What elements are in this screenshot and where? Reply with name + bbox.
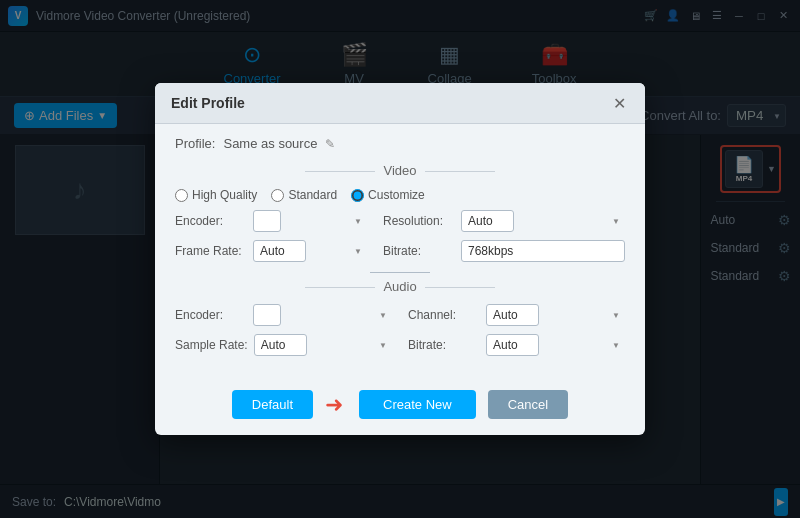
audio-bitrate-row: Bitrate: Auto (408, 334, 625, 356)
quality-customize-radio[interactable] (351, 189, 364, 202)
modal-close-button[interactable]: ✕ (609, 93, 629, 113)
frame-rate-select-wrap: Auto (253, 240, 367, 262)
frame-rate-select[interactable]: Auto (253, 240, 306, 262)
audio-divider (370, 272, 430, 273)
cancel-button[interactable]: Cancel (488, 390, 568, 419)
audio-bitrate-select[interactable]: Auto (486, 334, 539, 356)
channel-row: Channel: Auto (408, 304, 625, 326)
audio-encoder-select[interactable] (253, 304, 281, 326)
edit-profile-modal: Edit Profile ✕ Profile: Same as source ✎… (155, 83, 645, 435)
encoder-row: Encoder: (175, 210, 367, 232)
quality-standard-radio[interactable] (271, 189, 284, 202)
profile-row: Profile: Same as source ✎ (175, 136, 625, 151)
quality-radio-group: High Quality Standard Customize (175, 188, 625, 202)
quality-high[interactable]: High Quality (175, 188, 257, 202)
audio-bitrate-select-wrap: Auto (486, 334, 625, 356)
bitrate-row: Bitrate: (383, 240, 625, 262)
resolution-row: Resolution: Auto (383, 210, 625, 232)
quality-standard[interactable]: Standard (271, 188, 337, 202)
quality-customize[interactable]: Customize (351, 188, 425, 202)
frame-rate-row: Frame Rate: Auto (175, 240, 367, 262)
video-section-title: Video (175, 163, 625, 178)
modal-header: Edit Profile ✕ (155, 83, 645, 124)
profile-edit-icon[interactable]: ✎ (325, 137, 335, 151)
channel-select[interactable]: Auto (486, 304, 539, 326)
create-new-button[interactable]: Create New (359, 390, 476, 419)
modal-overlay: Edit Profile ✕ Profile: Same as source ✎… (0, 0, 800, 518)
video-form: Encoder: Resolution: Auto (175, 210, 625, 262)
audio-encoder-select-wrap (253, 304, 392, 326)
modal-body: Profile: Same as source ✎ Video High Qua… (155, 124, 645, 378)
sample-rate-row: Sample Rate: Auto (175, 334, 392, 356)
arrow-icon: ➜ (325, 392, 343, 418)
audio-form: Encoder: Channel: Auto (175, 304, 625, 356)
quality-high-radio[interactable] (175, 189, 188, 202)
modal-title: Edit Profile (171, 95, 245, 111)
audio-section-title: Audio (175, 279, 625, 294)
resolution-select[interactable]: Auto (461, 210, 514, 232)
audio-encoder-row: Encoder: (175, 304, 392, 326)
encoder-select[interactable] (253, 210, 281, 232)
modal-footer: Default ➜ Create New Cancel (155, 378, 645, 435)
resolution-select-wrap: Auto (461, 210, 625, 232)
sample-rate-select[interactable]: Auto (254, 334, 307, 356)
channel-select-wrap: Auto (486, 304, 625, 326)
default-button[interactable]: Default (232, 390, 313, 419)
bitrate-input[interactable] (461, 240, 625, 262)
sample-rate-select-wrap: Auto (254, 334, 392, 356)
encoder-select-wrap (253, 210, 367, 232)
